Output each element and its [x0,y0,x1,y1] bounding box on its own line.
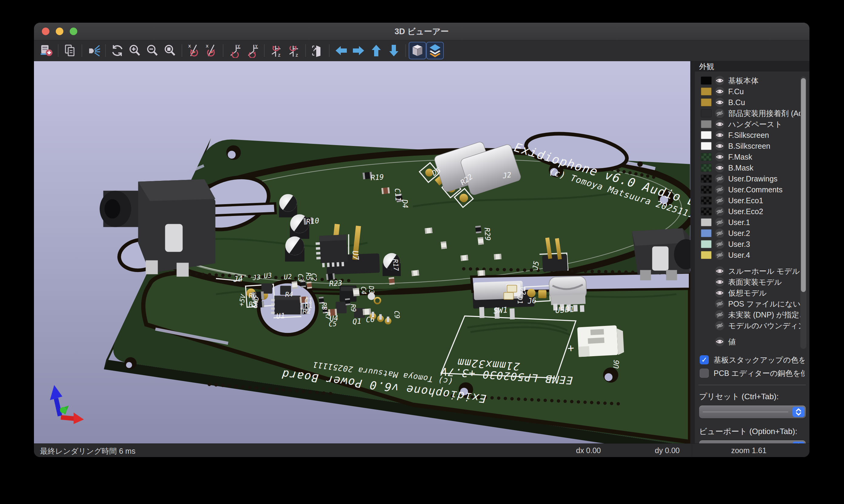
layer-row[interactable]: B.Cu [695,97,809,108]
sidebar-scrollbar[interactable] [800,76,806,349]
visibility-eye-icon[interactable] [715,288,725,298]
rotate-y-cw-button[interactable]: Y [226,42,244,59]
layer-row[interactable]: 値 [695,336,809,347]
layer-row[interactable]: User.4 [695,250,809,260]
layer-row[interactable]: スルーホール モデル [695,266,809,276]
visibility-eye-icon[interactable] [715,337,725,346]
layer-row[interactable]: User.Eco1 [695,195,809,206]
use-pcb-editor-copper-row[interactable]: PCB エディターの銅色を使用 [695,366,809,380]
visibility-eye-icon[interactable] [715,299,725,309]
move-down-button[interactable] [385,42,402,59]
layer-color-swatch[interactable] [701,131,711,139]
layer-color-swatch[interactable] [701,218,711,226]
visibility-eye-icon[interactable] [715,277,725,287]
visibility-eye-icon[interactable] [715,97,725,107]
visibility-eye-icon[interactable] [715,206,725,216]
layer-color-swatch[interactable] [701,109,711,117]
visibility-eye-icon[interactable] [715,152,725,162]
visibility-eye-icon[interactable] [715,266,725,276]
visibility-eye-icon[interactable] [715,76,725,85]
layer-color-swatch[interactable] [701,98,711,106]
visibility-eye-icon[interactable] [715,321,725,330]
visibility-eye-icon[interactable] [715,217,725,227]
use-pcb-editor-copper-checkbox[interactable] [700,368,709,378]
rotate-z-cw-button[interactable]: Z [268,42,285,59]
visibility-eye-icon[interactable] [715,239,725,249]
orthographic-projection-toggle[interactable] [409,42,426,59]
preset-stepper[interactable] [792,407,805,417]
visibility-eye-icon[interactable] [715,196,725,205]
layer-row[interactable]: ハンダペースト [695,119,809,130]
layer-row[interactable]: POS ファイルにないモデル [695,298,809,309]
title-bar[interactable]: 3D ビューアー [34,23,809,40]
layer-row[interactable]: 表面実装モデル [695,276,809,287]
layer-color-swatch[interactable] [701,175,711,183]
move-up-button[interactable] [367,42,385,59]
3d-viewport[interactable]: Exidiophone v6.0 Audio Board (c) Tomoya … [34,61,690,444]
layer-label: F.Cu [728,87,744,96]
layer-row[interactable]: User.Drawings [695,173,809,184]
layer-row[interactable]: User.Eco2 [695,206,809,217]
toolbar-separator [58,44,58,57]
layer-color-swatch[interactable] [701,142,711,150]
visibility-eye-icon[interactable] [715,174,725,183]
layer-color-swatch[interactable] [701,120,711,128]
zoom-out-button[interactable] [144,42,161,59]
layer-color-swatch[interactable] [701,153,711,161]
visibility-eye-icon[interactable] [715,130,725,140]
visibility-eye-icon[interactable] [715,141,725,151]
layer-row[interactable]: User.3 [695,239,809,250]
layer-row[interactable]: F.Silkscreen [695,130,809,141]
visibility-eye-icon[interactable] [715,163,725,173]
flip-board-button[interactable] [309,42,326,59]
rotate-x-ccw-button[interactable]: X [203,42,220,59]
layer-color-swatch[interactable] [701,186,711,194]
layer-row[interactable]: F.Mask [695,151,809,162]
panel-splitter[interactable] [690,61,695,444]
layer-row[interactable]: 基板本体 [695,75,809,86]
redraw-button[interactable] [108,42,126,59]
visibility-eye-icon[interactable] [715,119,725,129]
copy-image-button[interactable] [61,42,79,59]
layer-color-swatch[interactable] [701,240,711,248]
rotate-z-ccw-button[interactable]: Z [285,42,303,59]
layer-row[interactable]: B.Silkscreen [695,141,809,151]
rotate-x-cw-button[interactable]: X [185,42,203,59]
layer-row[interactable]: F.Cu [695,86,809,97]
layer-row[interactable]: User.1 [695,217,809,228]
layer-color-swatch[interactable] [701,229,711,237]
visibility-eye-icon[interactable] [715,87,725,96]
zoom-to-fit-button[interactable] [161,42,179,59]
layer-row[interactable]: User.2 [695,228,809,239]
layer-color-swatch[interactable] [701,88,711,95]
viewport-select[interactable] [699,440,806,444]
use-stackup-colors-row[interactable]: ✓ 基板スタックアップの色を使用 [695,353,809,366]
layer-color-swatch[interactable] [701,251,711,259]
use-stackup-colors-checkbox[interactable]: ✓ [700,355,709,364]
preset-select[interactable] [699,406,806,418]
rotate-y-ccw-button[interactable]: Y [244,42,261,59]
export-board-image-button[interactable] [38,42,55,59]
visibility-eye-icon[interactable] [715,108,725,118]
layer-row[interactable]: User.Comments [695,184,809,195]
layer-row[interactable]: 部品実装用接着剤 (Adhesive) [695,108,809,119]
layer-row[interactable]: モデルのバウンディングボックス [695,320,809,331]
render-raytracing-button[interactable] [85,42,102,59]
visibility-eye-icon[interactable] [715,250,725,260]
move-right-button[interactable] [350,42,367,59]
layer-row[interactable]: 未実装 (DNP) が指定された [695,309,809,320]
visibility-eye-icon[interactable] [715,228,725,238]
layer-row[interactable]: B.Mask [695,162,809,173]
pcb-3d-canvas[interactable]: Exidiophone v6.0 Audio Board (c) Tomoya … [34,61,690,444]
move-left-button[interactable] [332,42,350,59]
layer-color-swatch[interactable] [701,77,711,85]
visibility-eye-icon[interactable] [715,185,725,195]
visibility-eye-icon[interactable] [715,310,725,320]
layer-row[interactable]: 仮想モデル [695,287,809,298]
scrollbar-thumb[interactable] [801,78,806,292]
appearance-manager-toggle[interactable] [426,42,444,59]
layer-color-swatch[interactable] [701,164,711,172]
layer-color-swatch[interactable] [701,208,711,215]
layer-color-swatch[interactable] [701,197,711,204]
zoom-in-button[interactable] [126,42,144,59]
